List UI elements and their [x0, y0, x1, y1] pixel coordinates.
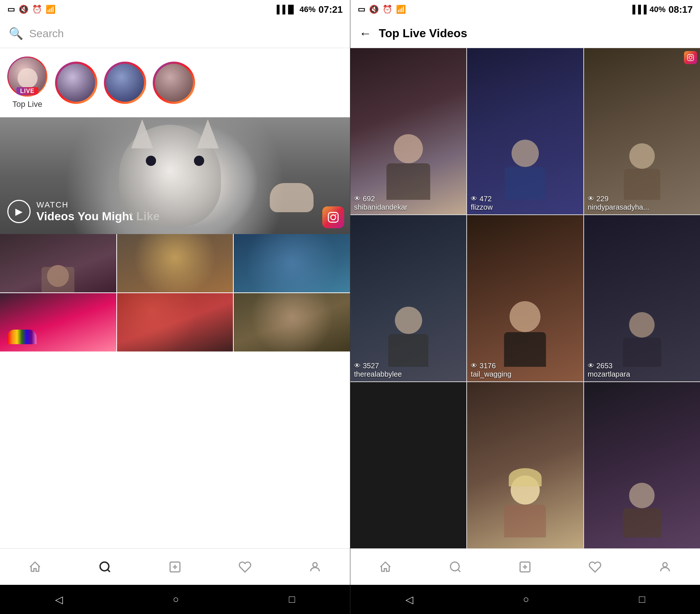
story-item-4[interactable] — [154, 63, 194, 103]
live-cell-8[interactable] — [467, 382, 583, 548]
nav-add-right[interactable] — [514, 556, 536, 578]
notification-icon-right: ▭ — [358, 5, 365, 14]
username-1: shibanidandekar — [354, 203, 408, 211]
svg-line-4 — [108, 569, 110, 572]
ig-icon-3 — [684, 51, 697, 64]
live-cell-1[interactable]: 👁 692 shibanidandekar — [350, 48, 466, 214]
live-cell-4[interactable]: 👁 3527 therealabbylee — [350, 215, 466, 381]
nav-add-left[interactable] — [164, 556, 186, 578]
android-back-right[interactable]: ◁ — [405, 594, 413, 606]
eye-icon-5: 👁 — [471, 362, 477, 370]
svg-point-3 — [100, 562, 109, 571]
left-phone-panel: ▭ 🔇 ⏰ 📶 ▐▐▐▌ 46% 07:21 🔍 Search LIVE — [0, 0, 350, 614]
thumb-cell-5[interactable] — [117, 293, 233, 351]
story-item-top-live[interactable]: LIVE Top Live — [7, 57, 47, 109]
status-bar-right: ▭ 🔇 ⏰ 📶 ▐▐▐ 40% 08:17 — [350, 0, 700, 19]
eye-icon-4: 👁 — [354, 362, 361, 370]
figure-4 — [388, 307, 428, 367]
search-input[interactable]: Search — [29, 27, 64, 40]
thumb-cell-6[interactable] — [234, 293, 350, 351]
nav-search-right[interactable] — [444, 556, 466, 578]
viewer-count-6: 👁 2653 — [588, 362, 630, 370]
live-cell-info-5: 👁 3176 tail_wagging — [471, 362, 511, 378]
eye-icon-1: 👁 — [354, 195, 361, 203]
svg-rect-0 — [328, 213, 338, 222]
thumb-cell-3[interactable] — [234, 234, 350, 292]
silent-icon-right: 🔇 — [369, 5, 379, 14]
search-icon: 🔍 — [9, 27, 23, 40]
figure-2 — [505, 140, 545, 200]
search-bar[interactable]: 🔍 Search — [0, 19, 350, 48]
feature-image[interactable]: ▶ WATCH Videos You Might Like — [0, 117, 350, 234]
username-4: therealabbylee — [354, 370, 402, 378]
bottom-nav-left — [0, 548, 350, 585]
status-right-left: ▐▐▐▌ 46% 07:21 — [274, 4, 343, 15]
nav-heart-right[interactable] — [584, 556, 606, 578]
alarm-icon-right: ⏰ — [382, 5, 392, 14]
alarm-icon: ⏰ — [32, 5, 42, 14]
live-cell-9[interactable] — [584, 382, 700, 548]
live-cell-5[interactable]: 👁 3176 tail_wagging — [467, 215, 583, 381]
android-recent-left[interactable]: □ — [289, 594, 295, 605]
status-icons-left: ▭ 🔇 ⏰ 📶 — [7, 5, 55, 14]
viewer-count-3: 👁 229 — [588, 195, 649, 203]
nav-home-left[interactable] — [24, 556, 46, 578]
live-cell-info-2: 👁 472 flizzow — [471, 195, 493, 211]
nav-profile-left[interactable] — [304, 556, 326, 578]
status-icons-right: ▭ 🔇 ⏰ 📶 — [358, 5, 406, 14]
viewer-count-1: 👁 692 — [354, 195, 408, 203]
android-nav-left: ◁ ○ □ — [0, 585, 350, 614]
thumb-cell-1[interactable] — [0, 234, 116, 292]
figure-9 — [623, 483, 661, 537]
svg-line-13 — [458, 569, 460, 572]
top-bar-right: ← Top Live Videos — [350, 19, 700, 48]
nav-home-right[interactable] — [374, 556, 396, 578]
android-home-left[interactable]: ○ — [173, 594, 179, 605]
back-button[interactable]: ← — [359, 26, 372, 40]
story-avatar-top-live: LIVE — [7, 57, 47, 97]
signal-bars: ▐▐▐▌ — [274, 5, 296, 14]
nav-profile-right[interactable] — [654, 556, 676, 578]
live-cell-info-3: 👁 229 nindyparasadyha... — [588, 195, 649, 211]
eye-left — [146, 156, 156, 166]
battery-percent-right: 40% — [649, 5, 665, 14]
android-back-left[interactable]: ◁ — [55, 594, 63, 606]
story-item-2[interactable] — [56, 63, 96, 103]
svg-point-2 — [335, 214, 337, 215]
android-nav-right: ◁ ○ □ — [350, 585, 700, 614]
viewer-count-4: 👁 3527 — [354, 362, 402, 370]
signal-bars-right: ▐▐▐ — [630, 5, 647, 14]
live-cell-7[interactable] — [350, 382, 466, 548]
figure-8 — [504, 475, 546, 537]
viewer-count-5: 👁 3176 — [471, 362, 511, 370]
svg-point-11 — [692, 56, 693, 57]
thumb-cell-2[interactable] — [117, 234, 233, 292]
svg-point-1 — [331, 215, 335, 219]
live-cell-info-1: 👁 692 shibanidandekar — [354, 195, 408, 211]
status-time-right: 08:17 — [669, 4, 693, 15]
nav-heart-left[interactable] — [234, 556, 256, 578]
android-recent-right[interactable]: □ — [639, 594, 645, 605]
status-right-right: ▐▐▐ 40% 08:17 — [630, 4, 693, 15]
figure-3 — [624, 143, 660, 200]
live-cell-bg-7 — [350, 382, 466, 548]
live-cell-info-6: 👁 2653 mozartlapara — [588, 362, 630, 378]
thumb-cell-4[interactable] — [0, 293, 116, 351]
username-6: mozartlapara — [588, 370, 630, 378]
wifi-icon: 📶 — [46, 5, 55, 14]
play-button[interactable]: ▶ — [7, 200, 31, 223]
page-title: Top Live Videos — [379, 27, 467, 40]
story-item-3[interactable] — [105, 63, 145, 103]
thumbnail-grid — [0, 234, 350, 351]
live-badge: LIVE — [16, 87, 38, 95]
paw — [270, 183, 314, 212]
live-cell-6[interactable]: 👁 2653 mozartlapara — [584, 215, 700, 381]
stories-row: LIVE Top Live — [0, 48, 350, 117]
svg-point-10 — [689, 56, 692, 59]
figure-5 — [504, 301, 546, 367]
nav-search-left[interactable] — [94, 556, 116, 578]
android-home-right[interactable]: ○ — [523, 594, 529, 605]
live-cell-3[interactable]: 👁 229 nindyparasadyha... — [584, 48, 700, 214]
live-cell-info-4: 👁 3527 therealabbylee — [354, 362, 402, 378]
live-cell-2[interactable]: 👁 472 flizzow — [467, 48, 583, 214]
